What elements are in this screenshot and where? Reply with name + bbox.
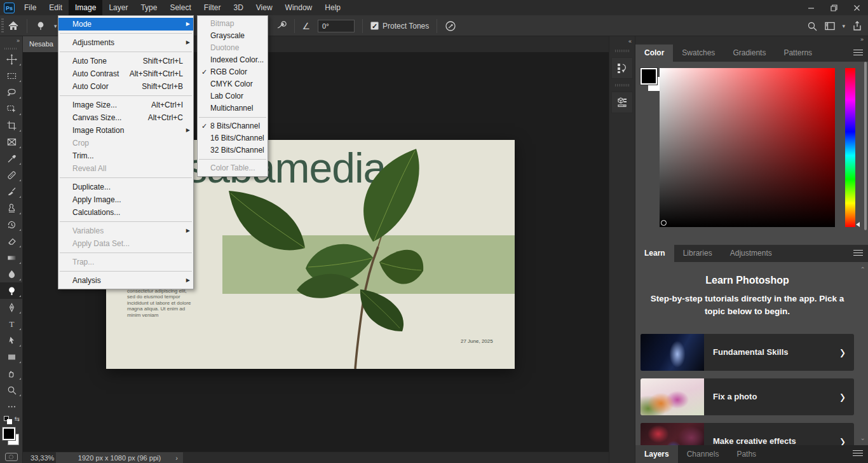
history-panel-icon[interactable] xyxy=(611,57,633,79)
image-menu-item-image-size[interactable]: Image Size...Alt+Ctrl+I xyxy=(58,99,193,111)
zoom-level[interactable]: 33,33% xyxy=(31,452,54,463)
image-menu-item-canvas-size[interactable]: Canvas Size...Alt+Ctrl+C xyxy=(58,111,193,124)
tab-gradients[interactable]: Gradients xyxy=(724,45,775,62)
image-menu-item-image-rotation[interactable]: Image Rotation▶ xyxy=(58,124,193,137)
image-menu-item-apply-image[interactable]: Apply Image... xyxy=(58,193,193,206)
rectangle-tool[interactable] xyxy=(0,349,23,365)
foreground-color-well[interactable] xyxy=(3,427,15,440)
mode-menu-item-bitmap[interactable]: Bitmap xyxy=(198,18,268,30)
hand-tool[interactable] xyxy=(0,365,23,382)
menu-file[interactable]: File xyxy=(18,0,43,15)
mode-menu-item-multichannel[interactable]: Multichannel xyxy=(198,102,268,114)
learn-panel-menu-icon[interactable] xyxy=(853,250,863,257)
clone-stamp-tool[interactable] xyxy=(0,200,23,216)
brush-pressure-icon[interactable] xyxy=(445,20,456,32)
share-icon[interactable] xyxy=(851,20,863,32)
hue-slider-marker[interactable] xyxy=(856,222,860,227)
mode-menu-item-lab-color[interactable]: Lab Color xyxy=(198,90,268,102)
color-picker-marker[interactable] xyxy=(661,220,667,226)
restore-icon[interactable] xyxy=(822,0,845,15)
minimize-icon[interactable] xyxy=(799,0,822,15)
healing-brush-tool[interactable] xyxy=(0,167,23,183)
gradient-tool[interactable] xyxy=(0,249,23,266)
image-menu-item-trim[interactable]: Trim... xyxy=(58,149,193,162)
toolbar-expand-icon[interactable]: » xyxy=(0,36,22,46)
swap-colors-icon[interactable]: ⇆ xyxy=(15,415,20,422)
layers-panel-menu-icon[interactable] xyxy=(853,450,863,457)
saturation-brightness-field[interactable] xyxy=(660,68,835,227)
color-panel-menu-icon[interactable] xyxy=(853,50,863,57)
mode-menu-item-cmyk-color[interactable]: CMYK Color xyxy=(198,78,268,90)
tab-swatches[interactable]: Swatches xyxy=(673,45,724,62)
blur-tool[interactable] xyxy=(0,266,23,282)
image-menu-item-reveal-all[interactable]: Reveal All xyxy=(58,162,193,175)
history-brush-tool[interactable] xyxy=(0,216,23,233)
dodge-tool[interactable] xyxy=(0,282,23,299)
image-menu-item-crop[interactable]: Crop xyxy=(58,137,193,149)
tab-layers[interactable]: Layers xyxy=(635,445,678,463)
mode-menu-item-indexed-color[interactable]: Indexed Color... xyxy=(198,54,268,66)
pen-tool[interactable] xyxy=(0,299,23,315)
chevron-down-icon[interactable]: ▾ xyxy=(54,23,57,29)
mode-menu-item-grayscale[interactable]: Grayscale xyxy=(198,30,268,42)
panel-foreground-well[interactable] xyxy=(641,68,657,85)
chevron-down-icon[interactable]: ▾ xyxy=(842,23,845,29)
menu-edit[interactable]: Edit xyxy=(43,0,69,15)
scroll-up-icon[interactable]: ⌃ xyxy=(860,266,865,273)
menu-window[interactable]: Window xyxy=(279,0,319,15)
menu-select[interactable]: Select xyxy=(163,0,197,15)
crop-tool[interactable] xyxy=(0,117,23,134)
mode-menu-item-8-bits-channel[interactable]: ✓8 Bits/Channel xyxy=(198,120,268,132)
search-icon[interactable] xyxy=(806,20,818,32)
tab-adjustments[interactable]: Adjustments xyxy=(721,245,781,262)
image-menu-item-auto-color[interactable]: Auto ColorShift+Ctrl+B xyxy=(58,80,193,93)
menu-type[interactable]: Type xyxy=(134,0,163,15)
properties-panel-icon[interactable] xyxy=(611,92,633,113)
mode-menu-item-16-bits-channel[interactable]: 16 Bits/Channel xyxy=(198,132,268,144)
menu-filter[interactable]: Filter xyxy=(198,0,227,15)
workspace-icon[interactable] xyxy=(824,20,836,32)
image-menu-item-apply-data-set[interactable]: Apply Data Set... xyxy=(58,237,193,250)
learn-card-fix-a-photo[interactable]: Fix a photo› xyxy=(641,378,854,415)
menu-view[interactable]: View xyxy=(250,0,279,15)
image-menu-item-mode[interactable]: Mode▶ xyxy=(58,18,193,31)
tab-color[interactable]: Color xyxy=(635,45,673,62)
marquee-tool[interactable] xyxy=(0,67,23,84)
image-menu-item-adjustments[interactable]: Adjustments▶ xyxy=(58,36,193,49)
tab-channels[interactable]: Channels xyxy=(678,445,728,463)
mode-menu-item-duotone[interactable]: Duotone xyxy=(198,42,268,54)
eyedropper-tool[interactable] xyxy=(0,150,23,167)
mode-menu-item-rgb-color[interactable]: ✓RGB Color xyxy=(198,66,268,78)
image-menu-item-analysis[interactable]: Analysis▶ xyxy=(58,274,193,287)
tab-patterns[interactable]: Patterns xyxy=(775,45,821,62)
image-menu-item-variables[interactable]: Variables▶ xyxy=(58,225,193,237)
menu-image[interactable]: Image xyxy=(69,0,102,15)
protect-tones-control[interactable]: ✓ Protect Tones xyxy=(370,22,429,31)
mode-menu-item-32-bits-channel[interactable]: 32 Bits/Channel xyxy=(198,144,268,156)
image-menu-item-trap[interactable]: Trap... xyxy=(58,256,193,268)
close-icon[interactable] xyxy=(845,0,868,15)
lasso-tool[interactable] xyxy=(0,84,23,100)
panel-scrollbar[interactable] xyxy=(864,62,867,230)
image-menu-item-auto-contrast[interactable]: Auto ContrastAlt+Shift+Ctrl+L xyxy=(58,67,193,80)
mode-menu-item-color-table[interactable]: Color Table... xyxy=(198,162,268,174)
image-menu-item-duplicate[interactable]: Duplicate... xyxy=(58,181,193,193)
brush-tool[interactable] xyxy=(0,183,23,200)
object-selection-tool[interactable] xyxy=(0,100,23,117)
eraser-tool[interactable] xyxy=(0,233,23,249)
scroll-down-icon[interactable]: ⌄ xyxy=(860,434,865,441)
default-swap-colors[interactable]: ⇆ xyxy=(0,415,23,426)
quick-mask-icon[interactable] xyxy=(5,453,18,461)
menu-3d[interactable]: 3D xyxy=(227,0,249,15)
tab-paths[interactable]: Paths xyxy=(728,445,765,463)
image-menu-item-calculations[interactable]: Calculations... xyxy=(58,206,193,219)
angle-input[interactable]: 0° xyxy=(318,20,355,32)
tab-learn[interactable]: Learn xyxy=(635,245,674,262)
home-icon[interactable] xyxy=(8,20,19,32)
path-selection-tool[interactable] xyxy=(0,332,23,349)
frame-tool[interactable] xyxy=(0,134,23,150)
menu-layer[interactable]: Layer xyxy=(102,0,134,15)
dock-expand-icon[interactable]: « xyxy=(609,36,635,45)
zoom-tool[interactable] xyxy=(0,382,23,398)
move-tool[interactable] xyxy=(0,51,23,67)
